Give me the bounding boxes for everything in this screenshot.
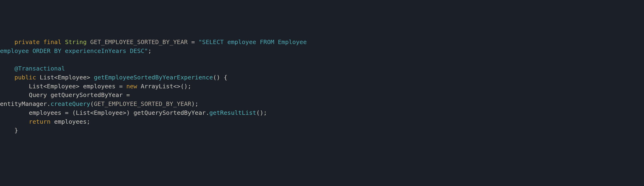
type-string: String <box>65 38 86 45</box>
keyword-final: final <box>43 38 61 45</box>
brace-close: } <box>14 127 18 134</box>
type-list: List <box>40 74 54 81</box>
code-line: employee ORDER BY experienceInYears DESC… <box>0 47 644 56</box>
type-list: List <box>29 83 43 90</box>
code-line: @Transactional <box>0 64 644 73</box>
string-literal: SELECT employee FROM Employee <box>202 38 310 45</box>
constant-name: GET_EMPLOYEE_SORTED_BY_YEAR <box>90 38 188 45</box>
code-line: entityManager.createQuery(GET_EMPLOYEE_S… <box>0 99 644 108</box>
code-editor[interactable]: private final String GET_EMPLOYEE_SORTED… <box>0 38 644 135</box>
constant-arg: GET_EMPLOYEE_SORTED_BY_YEAR <box>94 100 191 107</box>
keyword-private: private <box>14 38 40 45</box>
method-createquery: createQuery <box>50 100 90 107</box>
code-line: Query getQuerySortedByYear = <box>0 91 644 99</box>
method-getresultlist: getResultList <box>210 109 256 116</box>
code-line: public List<Employee> getEmployeeSortedB… <box>0 73 644 82</box>
keyword-new: new <box>126 83 137 90</box>
annotation-transactional: @Transactional <box>14 65 65 72</box>
var-employees: employees <box>83 83 116 90</box>
string-literal: " <box>144 47 148 54</box>
var-getquery: getQuerySortedByYear <box>134 109 206 116</box>
var-entitymanager: entityManager <box>0 100 47 107</box>
code-line: List<Employee> employees = new ArrayList… <box>0 82 644 91</box>
type-employee: Employee <box>58 74 87 81</box>
var-employees: employees <box>29 109 61 116</box>
var-getquery: getQuerySortedByYear <box>50 91 123 98</box>
type-arraylist: ArrayList <box>141 83 173 90</box>
keyword-return: return <box>29 118 50 125</box>
type-employee: Employee <box>47 83 76 90</box>
code-line-blank <box>0 55 644 64</box>
code-line: return employees; <box>0 117 644 126</box>
string-literal: employee ORDER BY experienceInYears DESC <box>0 47 144 54</box>
keyword-public: public <box>14 74 36 81</box>
method-name: getEmployeeSortedByYearExperience <box>94 74 213 81</box>
type-query: Query <box>29 91 47 98</box>
code-line: employees = (List<Employee>) getQuerySor… <box>0 108 644 117</box>
string-literal: " <box>198 38 202 45</box>
code-line: private final String GET_EMPLOYEE_SORTED… <box>0 38 644 47</box>
code-line: } <box>0 126 644 135</box>
var-employees: employees <box>54 118 86 125</box>
